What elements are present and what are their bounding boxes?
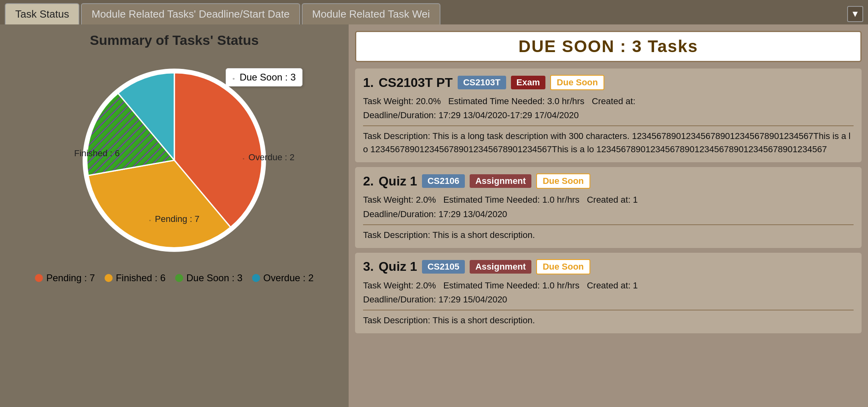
task-3-deadline: Deadline/Duration: 17:29 15/04/2020	[363, 292, 854, 306]
task-1-header: 1. CS2103T PT CS2103T Exam Due Soon	[363, 75, 854, 90]
task-3-type-badge: Assignment	[470, 260, 531, 274]
tab-bar: Task Status Module Related Tasks' Deadli…	[0, 0, 868, 24]
task-1-status-badge: Due Soon	[550, 75, 604, 90]
legend-dot-finished	[105, 274, 113, 282]
task-1-description: Task Description: This is a long task de…	[363, 129, 854, 156]
task-3-header: 3. Quiz 1 CS2105 Assignment Due Soon	[363, 259, 854, 274]
legend-item-due-soon: Due Soon : 3	[175, 272, 242, 284]
task-2-status-badge: Due Soon	[536, 173, 590, 189]
task-2-divider	[363, 224, 854, 225]
legend-dot-overdue	[252, 274, 260, 282]
task-1-module-badge: CS2103T	[458, 76, 506, 89]
legend-item-finished: Finished : 6	[105, 272, 166, 284]
task-1-type-badge: Exam	[511, 76, 546, 89]
task-2-description: Task Description: This is a short descri…	[363, 228, 854, 242]
task-1-number: 1.	[363, 75, 374, 90]
task-3-name: Quiz 1	[379, 259, 417, 274]
due-soon-header: DUE SOON : 3 Tasks	[355, 31, 862, 62]
task-3-info: Task Weight: 2.0% Estimated Time Needed:…	[363, 278, 854, 292]
tab-dropdown-button[interactable]: ▼	[847, 6, 863, 22]
task-1-deadline: Deadline/Duration: 17:29 13/04/2020-17:2…	[363, 108, 854, 122]
task-2-module-badge: CS2106	[422, 174, 465, 188]
task-3-module-badge: CS2105	[422, 260, 465, 274]
tab-task-status[interactable]: Task Status	[5, 3, 79, 24]
chart-title: Summary of Tasks' Status	[90, 32, 258, 48]
main-content: Summary of Tasks' Status Due Soon : 3	[0, 24, 868, 407]
pie-label-overdue: ◦ Overdue : 2	[243, 152, 295, 163]
pie-chart-container: Due Soon : 3 Finished : 6 ◦	[70, 56, 279, 264]
tab-module-weight[interactable]: Module Related Task Wei	[302, 3, 440, 24]
chevron-down-icon: ▼	[851, 9, 860, 19]
due-soon-title: DUE SOON : 3 Tasks	[364, 37, 852, 56]
legend-item-overdue: Overdue : 2	[252, 272, 313, 284]
legend-item-pending: Pending : 7	[35, 272, 95, 284]
task-card-1: 1. CS2103T PT CS2103T Exam Due Soon Task…	[355, 69, 862, 162]
task-2-name: Quiz 1	[379, 174, 417, 189]
tab-module-deadline[interactable]: Module Related Tasks' Deadline/Start Dat…	[81, 3, 300, 24]
legend-dot-due-soon	[175, 274, 183, 282]
right-panel: DUE SOON : 3 Tasks 1. CS2103T PT CS2103T…	[349, 24, 868, 407]
task-card-3: 3. Quiz 1 CS2105 Assignment Due Soon Tas…	[355, 253, 862, 333]
task-3-divider	[363, 310, 854, 310]
task-2-number: 2.	[363, 174, 374, 189]
overdue-dot: ◦	[243, 156, 244, 161]
task-3-number: 3.	[363, 259, 374, 274]
task-1-name: CS2103T PT	[379, 75, 453, 90]
left-panel: Summary of Tasks' Status Due Soon : 3	[0, 24, 349, 407]
task-3-description: Task Description: This is a short descri…	[363, 314, 854, 327]
task-2-info: Task Weight: 2.0% Estimated Time Needed:…	[363, 193, 854, 207]
task-card-2: 2. Quiz 1 CS2106 Assignment Due Soon Tas…	[355, 167, 862, 248]
pending-dot: ◦	[149, 218, 151, 223]
legend-dot-pending	[35, 274, 43, 282]
pie-label-finished: Finished : 6	[74, 148, 120, 159]
tasks-list[interactable]: 1. CS2103T PT CS2103T Exam Due Soon Task…	[349, 62, 868, 407]
task-2-header: 2. Quiz 1 CS2106 Assignment Due Soon	[363, 173, 854, 189]
task-1-info: Task Weight: 20.0% Estimated Time Needed…	[363, 94, 854, 108]
pie-label-pending: ◦ Pending : 7	[149, 214, 200, 224]
chart-legend: Pending : 7 Finished : 6 Due Soon : 3 Ov…	[35, 272, 313, 284]
task-3-status-badge: Due Soon	[536, 259, 590, 274]
task-1-divider	[363, 125, 854, 126]
task-2-deadline: Deadline/Duration: 17:29 13/04/2020	[363, 207, 854, 221]
task-2-type-badge: Assignment	[470, 174, 531, 188]
